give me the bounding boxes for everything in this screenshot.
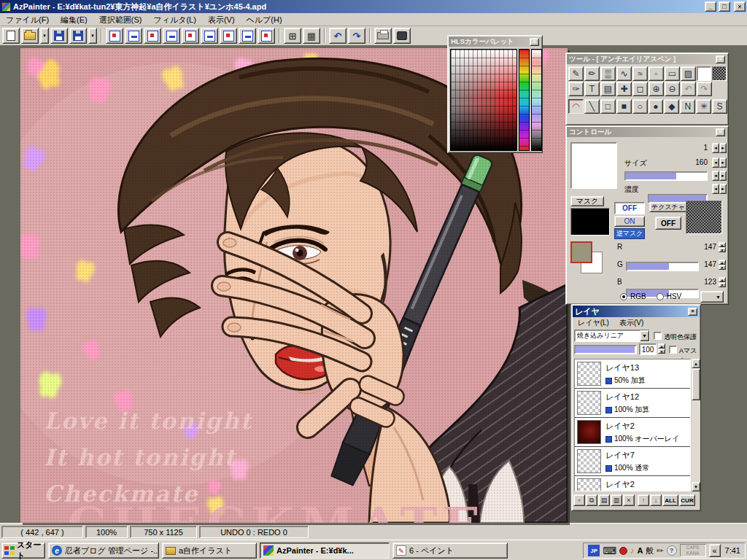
draw-mode-button-6[interactable] xyxy=(201,28,218,44)
shape-button[interactable]: S xyxy=(712,99,727,114)
save-as-button[interactable] xyxy=(69,28,87,44)
open-button[interactable] xyxy=(21,28,39,44)
grid-split-button[interactable]: ▦ xyxy=(303,28,320,44)
rgb-radio[interactable] xyxy=(620,293,627,300)
dropdown-arrow-icon[interactable]: ▼ xyxy=(640,330,649,341)
scrollbar-thumb[interactable] xyxy=(692,368,700,400)
tool-button[interactable]: ✏ xyxy=(584,66,600,81)
keyboard-icon[interactable]: ⌨ xyxy=(603,545,616,556)
layer-all-button[interactable]: ALL xyxy=(662,494,678,506)
shape-button[interactable]: N xyxy=(680,99,695,114)
size-slider-spinner[interactable]: ◄ ► xyxy=(712,171,727,181)
hsv-radio[interactable] xyxy=(657,293,664,300)
ime-mode-a[interactable]: A xyxy=(637,546,643,555)
grid-button[interactable]: ⊞ xyxy=(284,28,301,44)
close-icon[interactable]: × xyxy=(716,128,725,136)
down-arrow-icon[interactable]: ▼ xyxy=(719,247,726,252)
tool-button[interactable]: ✑ xyxy=(568,82,584,96)
start-button[interactable]: スタート xyxy=(1,542,45,559)
save-button[interactable] xyxy=(50,28,68,44)
close-icon[interactable]: × xyxy=(688,308,697,316)
ime-jp-icon[interactable]: JP xyxy=(588,545,600,556)
close-icon[interactable]: × xyxy=(530,38,539,46)
layer-item[interactable]: レイヤ2 100% オーバーレイ xyxy=(575,418,690,447)
layer-menu-item[interactable]: レイヤ(L) xyxy=(573,318,614,328)
shape-button[interactable]: ╲ xyxy=(584,99,600,114)
taskbar-task[interactable]: a自作イラスト xyxy=(162,542,257,559)
draw-mode-button-4[interactable] xyxy=(163,28,180,44)
mask-off-button[interactable]: OFF xyxy=(614,202,645,214)
tool-button[interactable]: ▭ xyxy=(665,66,680,81)
down-arrow-icon[interactable]: ▼ xyxy=(658,349,665,354)
menu-item[interactable]: ファイル(F) xyxy=(0,13,55,26)
foreground-swatch[interactable] xyxy=(697,66,711,81)
tool-button[interactable]: ∿ xyxy=(616,66,632,81)
tool-titlebar[interactable]: ツール - [ アンチエイリアスペン ] × xyxy=(567,54,727,64)
layer-item[interactable]: レイヤ13 50% 加算 xyxy=(575,359,690,389)
tool-button[interactable]: ⊕ xyxy=(649,82,664,96)
layer-tool-button[interactable]: ▫ xyxy=(573,494,585,506)
menu-item[interactable]: ヘルプ(H) xyxy=(241,13,288,26)
taskbar-task[interactable]: 6 - ペイント xyxy=(392,542,508,559)
scroll-up-icon[interactable]: ▲ xyxy=(692,359,700,368)
tool-button[interactable]: ↷ xyxy=(697,82,712,96)
layer-cur-button[interactable]: CUR xyxy=(679,494,695,506)
opacity-spinner[interactable]: ▲ ▼ xyxy=(658,343,665,354)
right-arrow-icon[interactable]: ► xyxy=(719,143,727,153)
amask-checkbox[interactable] xyxy=(669,346,677,354)
hls-hue-strip[interactable] xyxy=(519,49,530,151)
brush-unit-spinner[interactable]: ◄ ► xyxy=(712,143,727,153)
layer-item[interactable]: レイヤ2 100% 焼き込みリニア xyxy=(575,476,690,491)
layer-tool-button[interactable]: ▤ xyxy=(598,494,610,506)
tool-button[interactable]: ✚ xyxy=(616,82,632,96)
close-button[interactable]: × xyxy=(734,1,746,12)
r-slider[interactable] xyxy=(626,262,699,271)
right-arrow-icon[interactable]: ► xyxy=(719,184,727,194)
print-button[interactable] xyxy=(374,28,392,44)
left-arrow-icon[interactable]: ◄ xyxy=(712,184,719,194)
layer-tool-button[interactable]: ▥ xyxy=(611,494,622,506)
color-mode-dropdown[interactable]: ▼ xyxy=(700,291,724,303)
option-button[interactable] xyxy=(393,28,411,44)
density-spinner[interactable]: ◄ ► xyxy=(712,184,727,194)
protect-checkbox[interactable] xyxy=(654,332,662,340)
layer-visible-icon[interactable] xyxy=(605,378,612,384)
down-arrow-icon[interactable]: ▼ xyxy=(719,265,726,270)
hls-shade-strip[interactable] xyxy=(531,49,542,151)
shape-button[interactable]: ■ xyxy=(616,99,632,114)
hls-color-grid[interactable] xyxy=(450,49,517,151)
right-arrow-icon[interactable]: ► xyxy=(719,158,727,168)
up-arrow-icon[interactable]: ▲ xyxy=(719,277,726,282)
b-spinner[interactable]: ▲ ▼ xyxy=(719,277,726,287)
save-dropdown[interactable]: ▼ xyxy=(88,28,97,44)
left-arrow-icon[interactable]: ◄ xyxy=(712,143,719,153)
r-spinner[interactable]: ▲ ▼ xyxy=(719,242,726,252)
new-button[interactable] xyxy=(2,28,20,44)
draw-mode-button-2[interactable] xyxy=(125,28,142,44)
size-slider[interactable] xyxy=(624,171,708,181)
layer-scrollbar[interactable]: ▲ ▼ xyxy=(692,359,700,491)
scroll-down-icon[interactable]: ▼ xyxy=(692,482,700,491)
mask-on-button[interactable]: ON xyxy=(614,216,645,227)
texture-swatch[interactable] xyxy=(712,66,727,81)
tool-button[interactable]: ✎ xyxy=(568,66,584,81)
tray-red-icon[interactable] xyxy=(619,547,627,555)
tool-button[interactable]: ▒ xyxy=(600,66,616,81)
layer-visible-icon[interactable] xyxy=(605,465,612,472)
layer-tool-button[interactable]: × xyxy=(623,494,635,506)
draw-mode-button-8[interactable] xyxy=(239,28,256,44)
layer-down-button[interactable]: ↓ xyxy=(650,494,662,506)
foreground-color-swatch[interactable] xyxy=(570,241,592,263)
texture-off-button[interactable]: OFF xyxy=(655,217,681,230)
g-spinner[interactable]: ▲ ▼ xyxy=(719,260,726,270)
draw-mode-button-3[interactable] xyxy=(144,28,161,44)
control-titlebar[interactable]: コントロール × xyxy=(567,127,727,137)
draw-mode-button-5[interactable] xyxy=(182,28,199,44)
layer-visible-icon[interactable] xyxy=(605,407,612,413)
layer-titlebar[interactable]: レイヤ × xyxy=(573,306,700,317)
tool-button[interactable]: ◻ xyxy=(632,82,648,96)
shape-button[interactable]: ◆ xyxy=(664,99,679,114)
titlebar[interactable]: AzPainter - E:¥d¥kat-tun2¥東方神起¥a自作イラスト¥ユ… xyxy=(0,0,747,13)
shape-button[interactable]: ● xyxy=(649,99,664,114)
taskbar-task[interactable]: AzPainter - E:¥d¥k... xyxy=(260,542,390,559)
